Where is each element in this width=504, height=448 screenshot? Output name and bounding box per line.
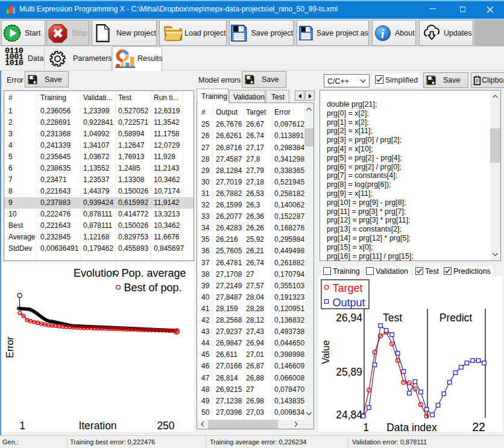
svg-text:Target: Target [333,282,363,294]
svg-text:Data index: Data index [386,421,437,432]
svg-text:Test: Test [383,312,402,324]
svg-text:Value: Value [321,340,331,364]
svg-text:Predict: Predict [439,312,473,324]
svg-text:Iteration: Iteration [78,420,116,432]
svg-text:Evolution: Evolution [74,267,118,279]
svg-text:i: i [381,27,385,40]
svg-text:25,89: 25,89 [336,366,362,378]
svg-text:24,84: 24,84 [336,409,362,421]
svg-text:22: 22 [472,420,485,432]
svg-text:1: 1 [19,420,25,432]
svg-text:Best of pop.: Best of pop. [124,282,182,294]
svg-text:Output: Output [333,297,365,309]
svg-text:250: 250 [157,420,174,432]
svg-text:1: 1 [363,421,369,432]
svg-text:26,94: 26,94 [336,312,362,324]
svg-text:Error: Error [5,336,15,358]
svg-text:Pop. average: Pop. average [122,267,186,279]
